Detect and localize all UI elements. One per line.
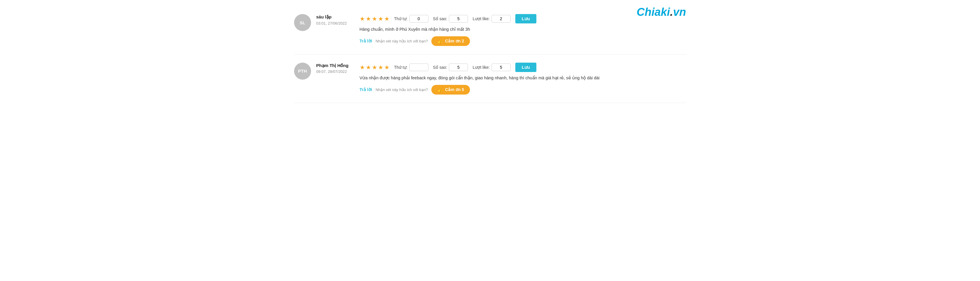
reviewer-name: Phạm Thị Hồng: [316, 63, 354, 69]
star-4: ★: [378, 64, 383, 71]
review-meta: ★ ★ ★ ★ ★ Thứ tự: Số sao:: [360, 63, 686, 72]
reviewer-info: sáu lập 03:01, 27/06/2022: [316, 14, 354, 26]
star-3: ★: [372, 15, 377, 22]
logo-dot: .: [670, 6, 673, 18]
star-3: ★: [372, 64, 377, 71]
thu-tu-label: Thứ tự:: [394, 16, 407, 21]
star-4: ★: [378, 15, 383, 22]
star-1: ★: [360, 64, 365, 71]
avatar: PTH: [294, 63, 311, 80]
thu-tu-input[interactable]: [409, 15, 428, 22]
reviewer-info: Phạm Thị Hồng 09:07, 28/07/2022: [316, 63, 354, 74]
star-1: ★: [360, 15, 365, 22]
cam-on-button[interactable]: 👍 Cảm ơn 2: [431, 36, 470, 46]
star-5: ★: [384, 64, 390, 71]
page-wrapper: Chiaki.vn SL sáu lập 03:01, 27/06/2022 ★…: [285, 0, 695, 109]
logo-tld: vn: [673, 6, 686, 18]
thumb-icon: 👍: [437, 87, 443, 93]
logo-area: Chiaki.vn: [637, 6, 686, 18]
reviews-container: SL sáu lập 03:01, 27/06/2022 ★ ★ ★ ★ ★ T…: [294, 6, 686, 103]
helpful-text: Nhận xét này hữu ích với bạn?: [375, 88, 428, 92]
reviewer-name: sáu lập: [316, 14, 354, 20]
review-item: PTH Phạm Thị Hồng 09:07, 28/07/2022 ★ ★ …: [294, 54, 686, 103]
so-sao-field: Số sao:: [433, 15, 468, 22]
star-5: ★: [384, 15, 390, 22]
save-button[interactable]: Lưu: [515, 63, 536, 72]
tra-loi-button[interactable]: Trả lời: [360, 87, 372, 92]
star-rating: ★ ★ ★ ★ ★: [360, 15, 390, 22]
star-2: ★: [366, 64, 371, 71]
cam-on-button[interactable]: 👍 Cảm ơn 5: [431, 85, 470, 94]
luot-like-input[interactable]: [492, 15, 511, 22]
star-2: ★: [366, 15, 371, 22]
review-content: ★ ★ ★ ★ ★ Thứ tự: Số sao:: [360, 14, 686, 46]
so-sao-input[interactable]: [449, 15, 468, 22]
luot-like-label: Lượt like:: [473, 16, 490, 21]
review-actions: Trả lời Nhận xét này hữu ích với bạn? 👍 …: [360, 85, 686, 94]
luot-like-field: Lượt like:: [473, 15, 510, 22]
so-sao-field: Số sao:: [433, 64, 468, 71]
cam-on-label: Cảm ơn 5: [445, 87, 464, 92]
thu-tu-field: Thứ tự:: [394, 15, 428, 22]
review-item: SL sáu lập 03:01, 27/06/2022 ★ ★ ★ ★ ★ T…: [294, 6, 686, 54]
review-text: Vừa nhận được hàng phải feeback ngay, đó…: [360, 75, 686, 81]
avatar: SL: [294, 14, 311, 31]
logo: Chiaki.vn: [637, 6, 686, 18]
luot-like-input[interactable]: [492, 64, 511, 71]
so-sao-input[interactable]: [449, 64, 468, 71]
star-rating: ★ ★ ★ ★ ★: [360, 64, 390, 71]
luot-like-field: Lượt like:: [473, 64, 510, 71]
so-sao-label: Số sao:: [433, 16, 447, 21]
helpful-text: Nhận xét này hữu ích với bạn?: [375, 39, 428, 43]
review-content: ★ ★ ★ ★ ★ Thứ tự: Số sao:: [360, 63, 686, 94]
thu-tu-label: Thứ tự:: [394, 65, 407, 70]
luot-like-label: Lượt like:: [473, 65, 490, 70]
reviewer-date: 09:07, 28/07/2022: [316, 69, 354, 74]
review-actions: Trả lời Nhận xét này hữu ích với bạn? 👍 …: [360, 36, 686, 46]
save-button[interactable]: Lưu: [515, 14, 536, 24]
thu-tu-input[interactable]: [409, 64, 428, 71]
thumb-icon: 👍: [437, 38, 443, 44]
logo-main: Chiaki: [637, 6, 670, 18]
reviewer-date: 03:01, 27/06/2022: [316, 21, 354, 26]
review-text: Hàng chuẩn, mình ở Phú Xuyên mà nhận hàn…: [360, 26, 686, 33]
tra-loi-button[interactable]: Trả lời: [360, 38, 372, 43]
cam-on-label: Cảm ơn 2: [445, 38, 464, 43]
so-sao-label: Số sao:: [433, 65, 447, 70]
thu-tu-field: Thứ tự:: [394, 64, 428, 71]
